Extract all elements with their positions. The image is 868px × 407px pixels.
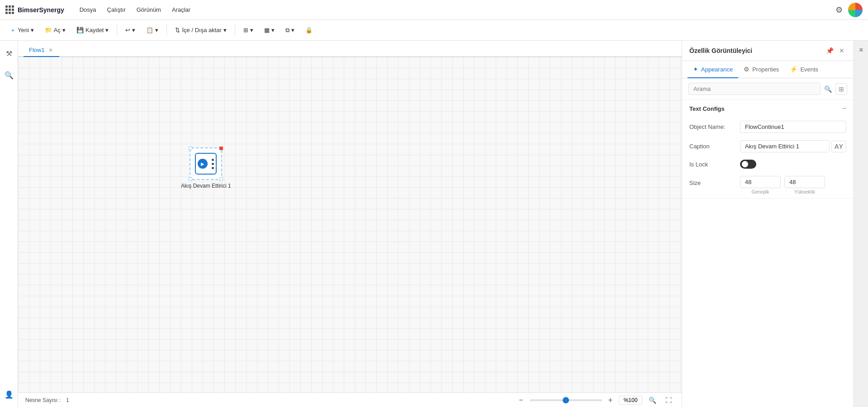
app-logo: BimserSynergy: [5, 5, 64, 14]
conn-dot-1: [212, 159, 214, 161]
connection-dots: [212, 159, 214, 169]
zoom-in-button[interactable]: +: [606, 395, 615, 405]
sidebar-tools-icon[interactable]: ⚒: [2, 46, 16, 61]
status-bar: Nesne Sayısı : 1 − + %100 🔍 ⛶: [18, 393, 682, 407]
grid-icon: [5, 5, 14, 14]
grid-icon: ⊞: [243, 27, 248, 33]
sidebar-search-icon[interactable]: 🔍: [2, 68, 16, 82]
copy-icon: ⧉: [285, 27, 289, 34]
import-export-button[interactable]: ⇅ İçe / Dışa aktar ▾: [171, 24, 231, 36]
handle-bl[interactable]: [189, 177, 192, 181]
tab-flow1-close[interactable]: ✕: [47, 47, 54, 53]
flow-node-label: Akış Devam Ettirici 1: [181, 183, 231, 189]
object-name-row: Object Name:: [682, 117, 854, 137]
panel-tab-events-label: Events: [800, 66, 818, 73]
new-button[interactable]: ＋ Yeni ▾: [5, 24, 38, 37]
panel-search-icon-button[interactable]: 🔍: [824, 85, 832, 93]
menu-calistir[interactable]: Çalıştır: [103, 5, 130, 15]
canvas-area[interactable]: ▶ Akış Devam Ettirici 1: [18, 57, 682, 393]
handle-br[interactable]: [219, 177, 223, 181]
panel-tab-appearance[interactable]: ✦ Appearance: [688, 61, 738, 78]
open-label: Aç: [54, 27, 61, 33]
handle-tl[interactable]: [189, 147, 192, 150]
panel-title: Özellik Görüntüleyici: [689, 47, 824, 54]
play-circle: ▶: [198, 159, 208, 169]
panel-tabs: ✦ Appearance ⚙ Properties ⚡ Events: [682, 61, 854, 78]
import-icon: ⇅: [175, 27, 180, 33]
caption-input-wrap: 𝖠𝖸: [740, 140, 846, 152]
menu-dosya[interactable]: Dosya: [75, 5, 101, 15]
panel-tab-appearance-label: Appearance: [701, 66, 733, 73]
save-icon: 💾: [76, 27, 84, 33]
translate-button[interactable]: 𝖠𝖸: [831, 141, 846, 152]
panel-search: 🔍 ⊞: [682, 78, 854, 100]
undo-button[interactable]: ↩ ▾: [121, 24, 140, 36]
node-icon: ▶: [195, 153, 217, 175]
save-label: Kaydet: [85, 27, 104, 33]
zoom-search-button[interactable]: 🔍: [646, 396, 659, 405]
layout-chevron-icon: ▾: [271, 27, 275, 33]
panel-pin-button[interactable]: 📌: [824, 46, 835, 55]
caption-row: Caption 𝖠𝖸: [682, 137, 854, 156]
menu-gorunum[interactable]: Görünüm: [132, 5, 166, 15]
zoom-input[interactable]: %100: [619, 396, 642, 405]
zoom-controls: − + %100 🔍 ⛶: [516, 395, 674, 405]
far-right-list-icon[interactable]: ≡: [856, 44, 867, 55]
panel-close-button[interactable]: ✕: [837, 46, 846, 55]
far-right-panel: ≡: [854, 41, 868, 407]
section-header[interactable]: Text Configs −: [682, 100, 854, 117]
undo-icon: ↩: [125, 27, 130, 33]
size-height-input[interactable]: [784, 176, 825, 188]
panel-view-button[interactable]: ⊞: [835, 83, 847, 95]
panel-search-input[interactable]: [688, 83, 821, 95]
layout-icon: ▦: [264, 27, 270, 33]
new-icon: ＋: [10, 26, 16, 34]
app-name: BimserSynergy: [18, 6, 64, 14]
open-button[interactable]: 📁 Aç ▾: [40, 24, 70, 36]
object-count-label: Nesne Sayısı :: [25, 397, 61, 403]
size-row: Size Genişlik Yükseklik: [682, 172, 854, 198]
zoom-out-button[interactable]: −: [516, 395, 526, 405]
is-lock-toggle[interactable]: [740, 160, 756, 169]
size-width-input[interactable]: [740, 176, 781, 188]
left-sidebar: ⚒ 🔍 👤: [0, 41, 18, 407]
right-panel: Özellik Görüntüleyici 📌 ✕ ✦ Appearance ⚙…: [682, 41, 854, 407]
flow-node-box[interactable]: ▶: [190, 147, 222, 180]
flow-node[interactable]: ▶ Akış Devam Ettirici 1: [181, 147, 231, 189]
is-lock-label: Is Lock: [689, 161, 735, 168]
caption-input[interactable]: [740, 140, 830, 152]
zoom-fit-button[interactable]: ⛶: [663, 396, 674, 405]
clipboard-button[interactable]: 📋 ▾: [142, 24, 163, 36]
size-label: Size: [689, 176, 735, 186]
zoom-slider[interactable]: [530, 399, 602, 401]
import-label: İçe / Dışa aktar: [182, 27, 221, 33]
panel-tab-events[interactable]: ⚡ Events: [784, 61, 824, 78]
tab-bar: Flow1 ✕: [18, 41, 682, 57]
menu-right: ⚙: [835, 3, 863, 17]
sidebar-user-icon[interactable]: 👤: [2, 387, 16, 402]
section-collapse-icon[interactable]: −: [842, 104, 846, 113]
content-area: Flow1 ✕ ▶: [18, 41, 682, 407]
main-area: ⚒ 🔍 👤 Flow1 ✕ ▶: [0, 41, 868, 407]
user-avatar[interactable]: [848, 3, 863, 17]
lock-button[interactable]: 🔒: [301, 24, 317, 36]
panel-tab-properties-label: Properties: [752, 66, 779, 73]
main-nav: Dosya Çalıştır Görünüm Araçlar: [75, 5, 195, 15]
size-width-label: Genişlik: [740, 189, 781, 194]
import-chevron-icon: ▾: [223, 27, 227, 33]
object-name-label: Object Name:: [689, 123, 735, 130]
toggle-thumb: [742, 161, 748, 167]
conn-dot-2: [212, 163, 214, 165]
open-icon: 📁: [45, 27, 52, 33]
copy-button[interactable]: ⧉ ▾: [281, 24, 299, 36]
panel-header: Özellik Görüntüleyici 📌 ✕: [682, 41, 854, 61]
grid-toggle-button[interactable]: ⊞ ▾: [239, 24, 258, 36]
handle-tr[interactable]: [219, 147, 223, 150]
save-button[interactable]: 💾 Kaydet ▾: [72, 24, 113, 36]
settings-icon[interactable]: ⚙: [835, 5, 843, 15]
menu-araclar[interactable]: Araçlar: [167, 5, 195, 15]
object-name-input[interactable]: [740, 121, 846, 133]
layout-button[interactable]: ▦ ▾: [260, 24, 279, 36]
tab-flow1[interactable]: Flow1 ✕: [24, 44, 59, 57]
panel-tab-properties[interactable]: ⚙ Properties: [738, 61, 784, 78]
